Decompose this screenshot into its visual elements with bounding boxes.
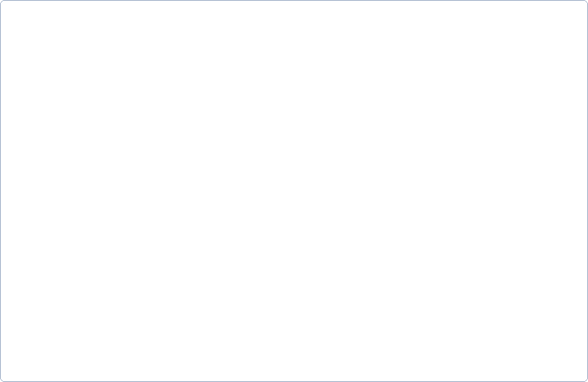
cpu-temp-chart bbox=[0, 0, 588, 382]
cpu-temp-chart-card bbox=[0, 0, 588, 382]
